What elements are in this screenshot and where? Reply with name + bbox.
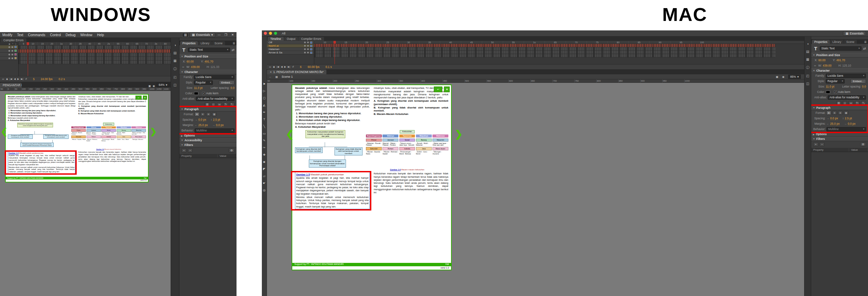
section-options[interactable]: ▶Options (811, 132, 868, 137)
filter-gear-icon[interactable]: ⚙ (229, 148, 234, 152)
dock-icon[interactable]: ◫ (173, 83, 176, 87)
layer-row[interactable] (0, 45, 18, 49)
font-size-value[interactable]: 11.0 pt (826, 85, 834, 89)
render-html-button[interactable]: ◇ (843, 101, 847, 105)
layer-row[interactable]: Arrow & Sa (267, 51, 314, 54)
dock-icon[interactable]: ⓘ (173, 67, 177, 71)
superscript-button[interactable]: T¹ (855, 101, 860, 105)
align-right-button[interactable]: ≡ (206, 112, 211, 116)
layer-row[interactable]: Off (267, 41, 314, 44)
dock-icon[interactable]: ▤ (173, 51, 176, 55)
mac-zoom-button[interactable] (274, 32, 277, 35)
antialias-select[interactable]: Anti-alias for readability▾ (828, 95, 866, 100)
edit-symbol-icon[interactable]: ◉ (153, 84, 155, 88)
tool-icon[interactable]: T (263, 118, 265, 121)
auto-kern-checkbox[interactable]: ✓ (202, 92, 205, 95)
stage[interactable]: ↩ ✕ Masalah pokoknya adalah masa kelangk… (267, 83, 804, 296)
family-select[interactable]: Lucida Sans▾ (826, 74, 866, 78)
indent-value[interactable]: 0.0 px (198, 118, 206, 122)
panel-tab[interactable]: Output (284, 37, 298, 41)
frame-row[interactable] (314, 54, 775, 57)
text-type-select[interactable]: Static Text▾ (188, 48, 230, 52)
align-left-button[interactable]: ≡ (195, 112, 199, 116)
frame-ruler[interactable]: 51015201s303540452s556065703s80 (19, 42, 171, 46)
render-html-button[interactable]: ◇ (211, 102, 216, 106)
playback-icon[interactable]: |◀ (10, 78, 12, 80)
tool-icon[interactable]: ◎ (263, 189, 266, 192)
selected-text-field[interactable]: Gambar 1-5 Masalah pokok perekonomian Ap… (8, 151, 75, 174)
frame-ruler[interactable]: 101520253035404550551s65707580859095100 (314, 41, 804, 44)
frame-rate[interactable]: 60.00 fps (308, 65, 320, 69)
outline-icon[interactable]: ▯ (15, 43, 16, 45)
prev-page-chevron[interactable]: ❮ (286, 128, 294, 140)
tool-icon[interactable]: ✒ (263, 110, 266, 114)
playback-icon[interactable]: ◉ (273, 66, 275, 68)
menu-item[interactable]: Commands (26, 33, 48, 37)
subscript-button[interactable]: T₁ (861, 101, 866, 105)
section-character[interactable]: ▼Character (179, 70, 237, 74)
layer-row[interactable] (0, 56, 18, 60)
align-center-button[interactable]: ≡ (832, 111, 837, 115)
h-value[interactable]: 125.10 (842, 64, 851, 68)
playback-icon[interactable]: ▶ (284, 66, 286, 68)
remove-filter-button[interactable]: − (188, 148, 193, 152)
margin-right-value[interactable]: 0.0 px (848, 122, 855, 126)
letter-spacing-value[interactable]: 0.0 (862, 85, 866, 89)
tab-properties[interactable]: Properties (180, 41, 198, 45)
playhead[interactable] (334, 41, 335, 64)
selectable-button[interactable]: ▥ (205, 102, 210, 106)
frame-row[interactable] (314, 47, 775, 51)
back-icon[interactable]: ← (269, 75, 272, 78)
page-undo-button[interactable]: ↩ (434, 87, 442, 92)
section-accessibility[interactable]: ▼Accessibility (179, 138, 237, 143)
current-frame[interactable]: 5 (33, 77, 35, 81)
playback-icon[interactable]: ▶ (17, 78, 19, 80)
filter-gear-icon[interactable]: ⚙ (860, 142, 866, 146)
superscript-button[interactable]: T¹ (223, 102, 228, 106)
frame-rate[interactable]: 24.00 fps (41, 77, 53, 81)
page-undo-button[interactable]: ↩ (135, 96, 142, 100)
dock-icon[interactable]: ◑ (807, 42, 809, 46)
layer-row[interactable] (0, 53, 18, 56)
menu-item[interactable]: Help (95, 33, 106, 37)
show-border-button[interactable]: ▭ (848, 101, 853, 105)
tab-library[interactable]: Library (830, 40, 844, 44)
playback-icon[interactable]: ▶| (21, 78, 23, 80)
align-justify-button[interactable]: ≣ (844, 111, 848, 115)
dock-icon[interactable]: ▤ (806, 50, 809, 53)
dock-icon[interactable]: ⓘ (806, 65, 810, 70)
tab-library[interactable]: Library (198, 41, 212, 45)
section-filters[interactable]: ▼Filters (811, 137, 868, 141)
dock-icon[interactable]: ◑ (174, 43, 176, 47)
text-type-select[interactable]: Static Text▾ (820, 46, 862, 51)
zoom-select[interactable]: 64%▾ (157, 83, 169, 87)
timeline-frames[interactable]: 51015201s303540452s556065703s80 (19, 42, 171, 76)
swap-icon[interactable]: ⇄ (232, 48, 234, 52)
playhead[interactable] (28, 42, 28, 76)
zoom-select[interactable]: 85%▾ (788, 75, 801, 79)
tool-icon[interactable]: ➤ (263, 82, 266, 85)
color-swatch[interactable] (826, 91, 830, 94)
minimize-button[interactable]: — (216, 33, 222, 36)
menu-item[interactable]: Debug (63, 33, 78, 37)
link-icon[interactable]: ∞ (181, 66, 185, 69)
frame-row[interactable] (19, 46, 171, 49)
playback-icon[interactable]: ◀ (14, 78, 16, 80)
align-right-button[interactable]: ≡ (838, 111, 843, 115)
layer-row[interactable] (0, 49, 18, 53)
antialias-select[interactable]: Anti-alias for readability▾ (196, 97, 234, 101)
w-value[interactable]: 439.00 (191, 65, 200, 69)
panel-menu-icon[interactable]: ≣ (864, 40, 868, 44)
playback-icon[interactable]: ◉ (6, 78, 8, 80)
tool-icon[interactable]: ❖ (263, 153, 266, 156)
tool-icon[interactable]: ▷ (263, 89, 266, 93)
next-page-chevron[interactable]: ❯ (150, 127, 157, 136)
color-swatch[interactable] (194, 92, 198, 95)
layer-name[interactable]: flash0.ai (269, 44, 303, 47)
behavior-select[interactable]: Multiline▾ (826, 127, 866, 131)
auto-kern-checkbox[interactable]: ✓ (834, 91, 837, 94)
page-close-button[interactable]: ✕ (444, 87, 450, 92)
add-filter-button[interactable]: + (813, 142, 818, 146)
edit-scene-icon[interactable]: ▣ (148, 84, 151, 88)
embed-button[interactable]: Embed... (219, 80, 234, 85)
